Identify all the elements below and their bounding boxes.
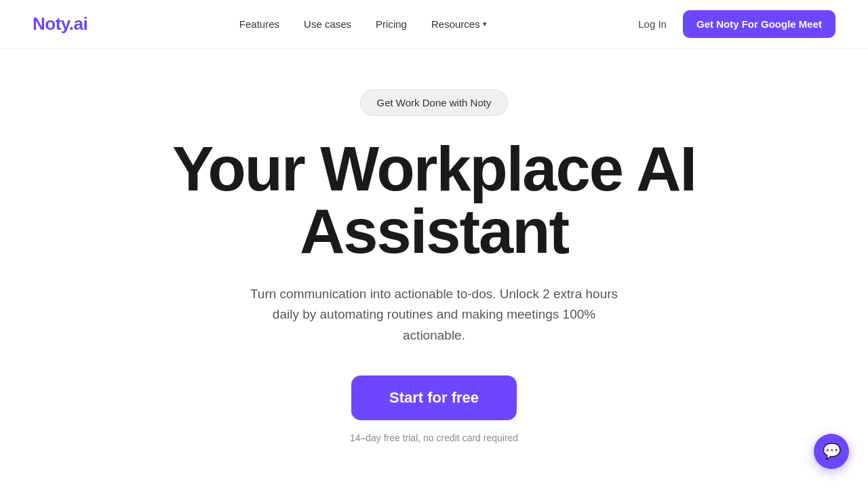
hero-badge: Get Work Done with Noty bbox=[360, 89, 509, 116]
navbar: Noty.ai Features Use cases Pricing Resou… bbox=[0, 0, 868, 49]
logo[interactable]: Noty.ai bbox=[33, 14, 87, 35]
nav-link-use-cases[interactable]: Use cases bbox=[304, 18, 351, 30]
nav-link-resources: Resources bbox=[431, 18, 480, 30]
hero-title: Your Workplace AI Assistant bbox=[172, 138, 696, 262]
hero-title-line1: Your Workplace AI bbox=[172, 134, 696, 203]
nav-link-resources-container[interactable]: Resources ▾ bbox=[431, 18, 487, 30]
start-for-free-button[interactable]: Start for free bbox=[351, 375, 517, 420]
hero-disclaimer: 14–day free trial, no credit card requir… bbox=[350, 432, 518, 443]
chat-icon: 💬 bbox=[823, 443, 841, 460]
hero-section: Get Work Done with Noty Your Workplace A… bbox=[0, 49, 868, 443]
chat-widget[interactable]: 💬 bbox=[814, 434, 849, 469]
get-noty-button[interactable]: Get Noty For Google Meet bbox=[683, 10, 835, 38]
hero-subtitle: Turn communication into actionable to-do… bbox=[244, 284, 624, 346]
nav-links: Features Use cases Pricing Resources ▾ bbox=[239, 18, 487, 30]
nav-link-pricing[interactable]: Pricing bbox=[376, 18, 407, 30]
nav-link-features[interactable]: Features bbox=[239, 18, 279, 30]
login-button[interactable]: Log In bbox=[638, 18, 667, 30]
hero-title-line2: Assistant bbox=[300, 197, 568, 266]
nav-actions: Log In Get Noty For Google Meet bbox=[638, 10, 835, 38]
chevron-down-icon: ▾ bbox=[483, 20, 487, 28]
